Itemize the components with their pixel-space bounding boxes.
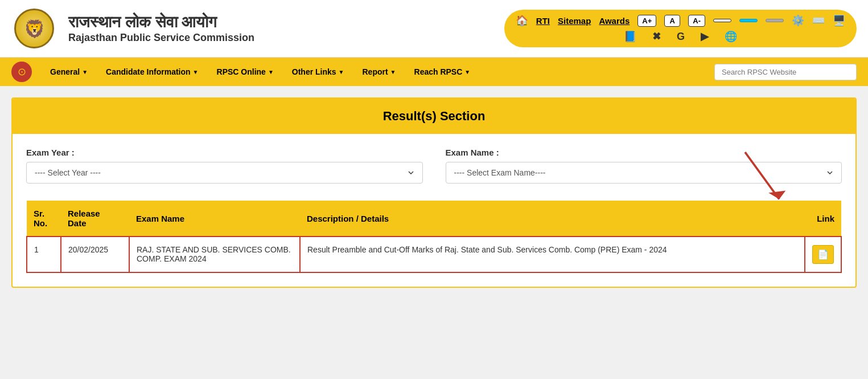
header-toolbar: 🏠 RTI Sitemap Awards A+ A A- ⚙️ ⌨️ 🖥️ 📘 …	[504, 10, 857, 47]
svg-marker-1	[768, 191, 785, 199]
nav-label-other-links: Other Links	[292, 67, 336, 76]
awards-link[interactable]: Awards	[599, 16, 630, 26]
nav-arrow-general: ▼	[82, 69, 88, 75]
nav-logo: ⊙	[11, 62, 32, 82]
header-bottom-row: 📘 ✖ G ▶ 🌐	[624, 30, 737, 43]
nav-arrow-report: ▼	[390, 69, 396, 75]
table-body: 1 20/02/2025 RAJ. STATE AND SUB. SERVICE…	[27, 237, 841, 272]
col-header-sr-no: Sr.No.	[27, 201, 61, 237]
header-top-row: 🏠 RTI Sitemap Awards A+ A A- ⚙️ ⌨️ 🖥️	[516, 14, 845, 27]
blue-theme-button[interactable]	[739, 19, 758, 22]
rti-link[interactable]: RTI	[536, 16, 550, 26]
google-icon[interactable]: G	[677, 31, 685, 43]
youtube-icon[interactable]: ▶	[701, 30, 709, 43]
globe-icon[interactable]: 🌐	[725, 30, 737, 43]
cell-exam-name: RAJ. STATE AND SUB. SERVICES COMB. COMP.…	[129, 237, 300, 272]
exam-name-label: Exam Name :	[446, 148, 842, 157]
results-section: Result(s) Section Exam Year : ---- Selec…	[11, 97, 857, 288]
table-container: Sr.No. ReleaseDate Exam Name Description…	[26, 201, 842, 273]
facebook-icon[interactable]: 📘	[624, 30, 636, 43]
font-decrease-button[interactable]: A-	[688, 15, 705, 27]
results-section-title: Result(s) Section	[13, 99, 855, 134]
cell-link: 📄	[805, 237, 841, 272]
org-hindi: राजस्थान लोक सेवा आयोग	[68, 13, 254, 32]
nav-arrow-reach-rpsc: ▼	[464, 69, 470, 75]
nav-item-general[interactable]: General ▼	[41, 58, 97, 86]
settings-icon[interactable]: ⚙️	[792, 14, 804, 27]
white-theme-button[interactable]	[713, 19, 731, 22]
file-download-icon[interactable]: 📄	[812, 245, 834, 264]
results-body: Exam Year : ---- Select Year ---- Exam N…	[13, 134, 855, 287]
gray-theme-button[interactable]	[766, 19, 784, 22]
emblem-icon: 🦁	[24, 19, 45, 39]
font-normal-button[interactable]: A	[664, 15, 680, 27]
col-header-description: Description / Details	[300, 201, 805, 237]
sitemap-link[interactable]: Sitemap	[558, 16, 591, 26]
nav-item-reach-rpsc[interactable]: Reach RPSC ▼	[405, 58, 480, 86]
nav-label-reach-rpsc: Reach RPSC	[414, 67, 463, 76]
nav-logo-icon: ⊙	[18, 66, 26, 78]
main-navbar: ⊙ General ▼ Candidate Information ▼ RPSC…	[0, 58, 868, 86]
nav-item-candidate[interactable]: Candidate Information ▼	[97, 58, 207, 86]
exam-year-label: Exam Year :	[26, 148, 423, 157]
cell-release-date: 20/02/2025	[61, 237, 129, 272]
keyboard-icon[interactable]: ⌨️	[812, 14, 825, 27]
nav-label-general: General	[50, 67, 80, 76]
nav-item-rpsc-online[interactable]: RPSC Online ▼	[208, 58, 283, 86]
exam-year-group: Exam Year : ---- Select Year ----	[26, 148, 423, 184]
monitor-icon[interactable]: 🖥️	[833, 14, 845, 27]
nav-item-other-links[interactable]: Other Links ▼	[283, 58, 353, 86]
nav-label-report: Report	[362, 67, 388, 76]
filter-form: Exam Year : ---- Select Year ---- Exam N…	[26, 148, 842, 184]
nav-arrow-other-links: ▼	[339, 69, 344, 75]
nav-label-rpsc-online: RPSC Online	[217, 67, 266, 76]
nav-arrow-rpsc-online: ▼	[268, 69, 274, 75]
site-header: 🦁 राजस्थान लोक सेवा आयोग Rajasthan Publi…	[0, 0, 868, 58]
org-english: Rajasthan Public Service Commission	[68, 32, 254, 44]
nav-arrow-candidate: ▼	[193, 69, 199, 75]
cell-sr-no: 1	[27, 237, 61, 272]
exam-year-select[interactable]: ---- Select Year ----	[26, 162, 423, 184]
org-text: राजस्थान लोक सेवा आयोग Rajasthan Public …	[68, 13, 254, 44]
col-header-release-date: ReleaseDate	[61, 201, 129, 237]
table-header: Sr.No. ReleaseDate Exam Name Description…	[27, 201, 841, 237]
twitter-icon[interactable]: ✖	[652, 30, 661, 43]
table-row: 1 20/02/2025 RAJ. STATE AND SUB. SERVICE…	[27, 237, 841, 272]
col-header-exam-name: Exam Name	[129, 201, 300, 237]
cell-description: Result Preamble and Cut-Off Marks of Raj…	[300, 237, 805, 272]
exam-name-select[interactable]: ---- Select Exam Name----	[446, 162, 842, 184]
nav-label-candidate: Candidate Information	[106, 67, 191, 76]
exam-name-group: Exam Name : ---- Select Exam Name----	[446, 148, 842, 184]
home-icon[interactable]: 🏠	[516, 14, 528, 27]
search-input[interactable]	[714, 64, 857, 80]
col-header-link: Link	[805, 201, 841, 237]
results-table: Sr.No. ReleaseDate Exam Name Description…	[26, 201, 842, 273]
font-increase-button[interactable]: A+	[637, 15, 656, 27]
emblem: 🦁	[11, 6, 57, 51]
main-content: Result(s) Section Exam Year : ---- Selec…	[0, 86, 868, 299]
nav-item-report[interactable]: Report ▼	[353, 58, 405, 86]
